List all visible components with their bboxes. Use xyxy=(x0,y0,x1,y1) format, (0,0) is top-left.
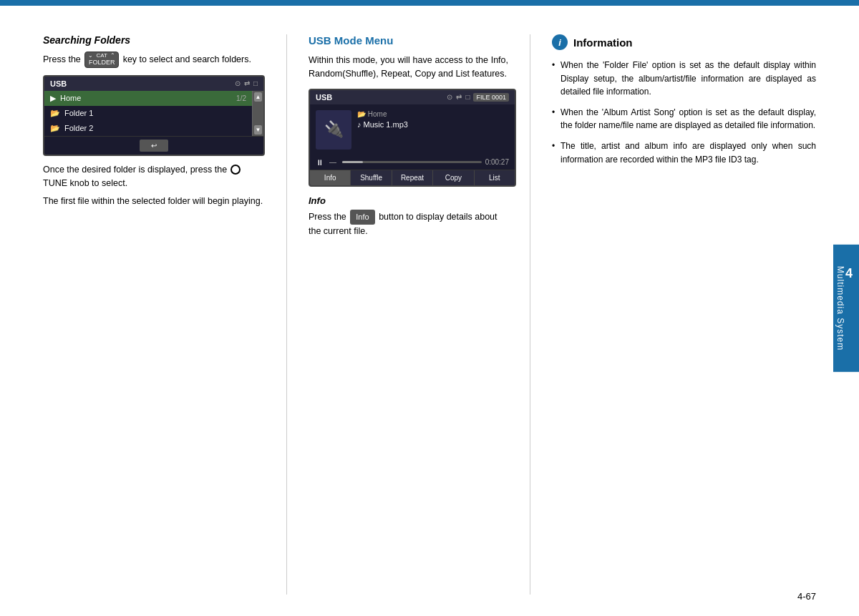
mode-header-icons: ⊙ ⇄ □ FILE 0001 xyxy=(447,93,509,102)
icon-usb: ⇄ xyxy=(244,79,250,87)
icon-target: ⊙ xyxy=(235,79,241,87)
back-button[interactable]: ↩ xyxy=(140,140,168,152)
dash-icon: — xyxy=(329,158,336,166)
tune-circle xyxy=(230,165,241,175)
left-intro-text: Press the ⌄ CAT ⌃ FOLDER key to select a… xyxy=(43,52,265,68)
progress-fill xyxy=(342,161,363,163)
icon-target-2: ⊙ xyxy=(447,93,452,101)
top-bar xyxy=(0,0,859,6)
folder-1-label: Folder 1 xyxy=(64,109,93,117)
tab-number: 4 xyxy=(845,265,853,280)
usb-rows-main: ▶ Home 1/2 📂 Folder 1 📂 Folder 2 xyxy=(44,91,252,136)
after-text-pre: Once the desired folder is displayed, pr… xyxy=(43,165,227,175)
usb-label: USB xyxy=(50,79,67,88)
file-badge: FILE 0001 xyxy=(473,93,509,102)
mid-intro-text: Within this mode, you will have access t… xyxy=(309,54,508,82)
info-icon-circle: i xyxy=(552,34,568,50)
track-name: ♪ Music 1.mp3 xyxy=(357,120,509,129)
right-section-title: i Information xyxy=(552,34,816,50)
page-number: 4-67 xyxy=(797,591,816,602)
folder-2-label: Folder 2 xyxy=(64,124,93,132)
info-text-pre: Press the xyxy=(309,212,346,222)
usb-mode-label: USB xyxy=(316,93,332,102)
intro-pre: Press the xyxy=(43,54,81,64)
tune-knob xyxy=(230,165,241,175)
folder-row-home[interactable]: ▶ Home 1/2 xyxy=(44,91,252,106)
nav-repeat[interactable]: Repeat xyxy=(392,170,433,185)
bullet-item-1: When the 'Folder File' option is set as … xyxy=(552,59,816,99)
intro-post: key to select and search folders. xyxy=(123,54,251,64)
scroll-down[interactable]: ▼ xyxy=(254,125,262,135)
left-after-text-1: Once the desired folder is displayed, pr… xyxy=(43,163,265,191)
usb-folder-screen: USB ⊙ ⇄ □ ▶ Home 1/2 📂 Folder 1 xyxy=(43,75,265,156)
usb-mode-screen: USB ⊙ ⇄ □ FILE 0001 🔌 📂 Home xyxy=(309,89,516,187)
nav-info[interactable]: Info xyxy=(310,170,351,185)
tune-label: TUNE xyxy=(43,178,67,188)
page-num: 1/2 xyxy=(236,94,246,102)
usb-drive-icon: 🔌 xyxy=(324,120,344,139)
back-row: ↩ xyxy=(44,136,263,155)
scroll-bar[interactable]: ▲ ▼ xyxy=(252,91,263,136)
progress-bar[interactable] xyxy=(342,161,482,163)
after-text-post: knob to select. xyxy=(70,178,128,188)
mid-section-title: USB Mode Menu xyxy=(309,34,508,47)
nav-list[interactable]: List xyxy=(475,170,515,185)
scroll-up[interactable]: ▲ xyxy=(254,92,262,102)
usb-mode-content: 🔌 📂 Home ♪ Music 1.mp3 xyxy=(310,104,515,155)
usb-screen-header: USB ⊙ ⇄ □ xyxy=(44,77,263,91)
icon-usb-2: ⇄ xyxy=(456,93,462,101)
usb-rows-container: ▶ Home 1/2 📂 Folder 1 📂 Folder 2 ▲ xyxy=(44,91,263,136)
album-thumbnail: 🔌 xyxy=(316,110,351,150)
music-icon: ♪ xyxy=(357,120,361,129)
left-after-text-3: The first file within the selected folde… xyxy=(43,195,265,208)
nav-shuffle[interactable]: Shuffle xyxy=(351,170,392,185)
usb-header-icons: ⊙ ⇄ □ xyxy=(235,79,258,87)
left-section-title: Searching Folders xyxy=(43,34,265,46)
folder-icon-track: 📂 xyxy=(357,110,366,118)
play-pause-icon[interactable]: ⏸ xyxy=(316,158,324,167)
play-icon: ▶ xyxy=(50,94,56,103)
info-subtitle: Info xyxy=(309,195,508,206)
music-label: Music 1.mp3 xyxy=(364,120,408,129)
folder-icon-2: 📂 xyxy=(50,124,60,133)
folder-icon-1: 📂 xyxy=(50,109,60,118)
icon-signal: □ xyxy=(253,79,258,87)
info-button-inline[interactable]: Info xyxy=(350,210,374,225)
info-bullet-list: When the 'Folder File' option is set as … xyxy=(552,59,816,166)
home-label: Home xyxy=(60,94,81,102)
info-title: Information xyxy=(573,36,633,49)
folder-name: Home xyxy=(368,110,387,118)
folder-row-2[interactable]: 📂 Folder 2 xyxy=(44,121,252,136)
folder-row-1[interactable]: 📂 Folder 1 xyxy=(44,106,252,121)
time-display: 0:00:27 xyxy=(485,158,509,166)
right-column: i Information When the 'Folder File' opt… xyxy=(530,34,816,595)
track-folder: 📂 Home xyxy=(357,110,509,118)
track-info: 📂 Home ♪ Music 1.mp3 xyxy=(357,110,509,150)
mid-column: USB Mode Menu Within this mode, you will… xyxy=(286,34,530,595)
tab-label: Multimedia System xyxy=(835,265,845,350)
icon-signal-2: □ xyxy=(465,93,470,101)
mid-info-text: Press the Info button to display details… xyxy=(309,210,508,238)
bullet-item-2: When the 'Album Artist Song' option is s… xyxy=(552,106,816,132)
bullet-item-3: The title, artist and album info are dis… xyxy=(552,140,816,166)
side-tab: 4 Multimedia System xyxy=(833,244,859,371)
progress-row: ⏸ — 0:00:27 xyxy=(310,155,515,170)
nav-copy[interactable]: Copy xyxy=(433,170,474,185)
left-column: Searching Folders Press the ⌄ CAT ⌃ FOLD… xyxy=(43,34,286,595)
folder-label: FOLDER xyxy=(89,59,115,67)
usb-mode-header: USB ⊙ ⇄ □ FILE 0001 xyxy=(310,90,515,104)
usb-mode-nav: Info Shuffle Repeat Copy List xyxy=(310,170,515,185)
cat-folder-button[interactable]: ⌄ CAT ⌃ FOLDER xyxy=(84,52,119,68)
